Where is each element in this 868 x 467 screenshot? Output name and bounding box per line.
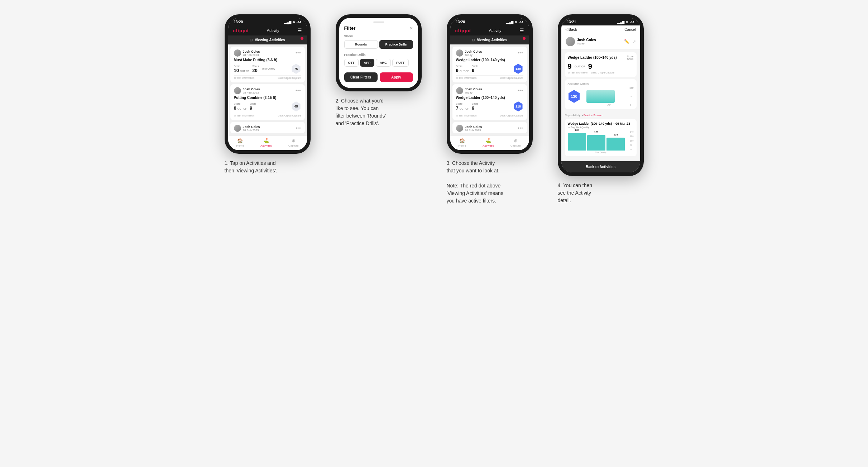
back-to-activities-button[interactable]: Back to Activities (561, 161, 640, 172)
drill-chart-title: Wedge Ladder (100–140 yds) – 06 Mar 23 (568, 122, 634, 125)
footer-right-1-1: Data: Clippd Capture (278, 77, 301, 80)
menu-icon-1[interactable]: ☰ (297, 28, 302, 33)
score-outof-1-2: OUT OF (238, 108, 247, 110)
expand-icon[interactable]: ⤢ (632, 39, 636, 44)
activity-card-1-2[interactable]: Josh Coles 28 Feb 2023 ••• Putting Combi… (230, 84, 305, 120)
nav-activities-1[interactable]: ⛳ Activities (260, 138, 272, 147)
detail-outof: OUT OF (575, 65, 585, 68)
nav-home-1[interactable]: 🏠 Home (236, 138, 244, 147)
dots-menu-3-2[interactable]: ••• (518, 88, 523, 93)
drill-arg[interactable]: ARG (376, 59, 391, 67)
bar-1: 132 (568, 133, 586, 151)
clear-filters-button[interactable]: Clear Filters (344, 72, 378, 82)
score-num-1-2: 0 (234, 105, 236, 111)
detail-main-content: Wedge Ladder (100–140 yds) Score Shots 9… (561, 49, 640, 161)
nav-capture-3[interactable]: ⊕ Capture (510, 138, 521, 147)
score-outof-3-1: OUT OF (460, 70, 469, 72)
filter-handle (373, 22, 384, 23)
score-num-3-2: 7 (456, 105, 459, 111)
phone-frame-3: 13:20 ▂▄▆ ⊛ ▪44 clippd Activity ☰ ⊟ Vi (447, 14, 533, 154)
activity-card-1-1[interactable]: Josh Coles 28 Feb 2023 ••• Must Make Put… (230, 47, 305, 82)
player-activity-section: Player Activity • Practice Session (565, 111, 637, 118)
dots-menu-1-2[interactable]: ••• (296, 88, 301, 93)
user-date-1-1: 28 Feb 2023 (243, 53, 260, 57)
phones-row: 13:20 ▂▄▆ ⊛ ▪44 clippd Activity ☰ ⊟ Vi (217, 14, 651, 205)
avatar-1-3 (234, 125, 241, 132)
user-name-1-1: Josh Coles (243, 50, 260, 53)
signal-icon-4: ▂▄▆ (617, 20, 624, 24)
filter-tab-rounds[interactable]: Rounds (344, 40, 378, 49)
user-name-1-3: Josh Coles (243, 125, 260, 129)
activity-card-3-2[interactable]: Josh Coles Today ••• Wedge Ladder (100–1… (452, 84, 527, 120)
nav-capture-1[interactable]: ⊕ Capture (288, 138, 298, 147)
score-outof-1-1: OUT OF (240, 70, 249, 72)
sq-block-1-1: Shot Quality (262, 67, 275, 70)
filter-tab-practice[interactable]: Practice Drills (379, 40, 413, 49)
activity-card-1-3[interactable]: Josh Coles 28 Feb 2023 ••• (230, 122, 305, 133)
card-header-1-2: Josh Coles 28 Feb 2023 ••• (234, 87, 301, 94)
wifi-icon-1: ⊛ (292, 20, 295, 24)
back-button[interactable]: < Back (566, 28, 577, 32)
footer-right-3-1: Data: Clippd Capture (500, 77, 523, 80)
nav-activities-3[interactable]: ⛳ Activities (483, 138, 494, 147)
stats-row-3-2: Score 7 OUT OF Shots 9 (456, 101, 523, 111)
score-block-1-1: Score 10 OUT OF (234, 65, 250, 73)
signal-icon-3: ▂▄▆ (506, 20, 513, 24)
user-info-1-1: Josh Coles 28 Feb 2023 (234, 49, 260, 57)
drill-app[interactable]: APP (360, 59, 375, 67)
dashed-line (568, 134, 625, 134)
phone-section-1: 13:20 ▂▄▆ ⊛ ▪44 clippd Activity ☰ ⊟ Vi (217, 14, 318, 175)
nav-capture-label-3: Capture (510, 144, 521, 147)
activity-card-3-1[interactable]: Josh Coles Today ••• Wedge Ladder (100–1… (452, 47, 527, 82)
viewing-banner-1[interactable]: ⊟ Viewing Activities (228, 35, 307, 44)
close-button[interactable]: ✕ (409, 26, 413, 31)
dots-menu-1-3[interactable]: ••• (296, 126, 301, 131)
detail-user-card: Josh Coles Today ✏️ ⤢ (561, 34, 640, 49)
score-val-block-3-2: 7 OUT OF (456, 105, 469, 111)
drill-chart-section: Wedge Ladder (100–140 yds) – 06 Mar 23 →… (565, 119, 637, 156)
avatar-1-2 (234, 87, 241, 94)
chart-bar (586, 90, 615, 103)
avg-sq-chart: Avg Shot Quality 130 130 100 50 (565, 79, 637, 109)
user-text-1-2: Josh Coles 28 Feb 2023 (243, 87, 260, 94)
detail-user-info: Josh Coles Today (566, 37, 596, 46)
bar-3: 124 (606, 138, 625, 151)
caption-1: 1. Tap on Activities and then 'Viewing A… (225, 159, 311, 175)
dots-menu-1-1[interactable]: ••• (296, 51, 301, 56)
filter-actions: Clear Filters Apply (344, 72, 413, 82)
menu-icon-3[interactable]: ☰ (519, 28, 524, 33)
footer-right-3-2: Data: Clippd Capture (500, 114, 523, 117)
status-icons-4: ▂▄▆ ⊛ ▪44 (617, 20, 634, 24)
app-logo-1: clippd (233, 28, 249, 33)
dots-menu-3-3[interactable]: ••• (518, 126, 523, 131)
drill-ott[interactable]: OTT (344, 59, 359, 67)
detail-title-block: Wedge Ladder (100–140 yds) (568, 55, 624, 60)
viewing-banner-3[interactable]: ⊟ Viewing Activities (450, 35, 529, 44)
nav-home-3[interactable]: 🏠 Home (459, 138, 466, 147)
footer-left-1-2: ⊙ Test Information (234, 114, 255, 117)
y-axis-labels: 140 120 100 80 60 (630, 131, 633, 151)
shots-val-1-1: 20 (252, 68, 259, 73)
user-text-3-1: Josh Coles Today (465, 50, 482, 57)
dots-menu-3-1[interactable]: ••• (518, 51, 523, 56)
cancel-button[interactable]: Cancel (624, 28, 636, 32)
filter-drills-label: Practice Drills (344, 53, 413, 57)
shots-val-3-2: 9 (472, 105, 478, 111)
score-label-1-1: Score (234, 65, 250, 67)
shots-block-1-1: Shots 20 (252, 65, 259, 73)
phone-section-3: 13:20 ▂▄▆ ⊛ ▪44 clippd Activity ☰ ⊟ Vi (440, 14, 540, 205)
score-val-block-1-2: 0 OUT OF (234, 105, 247, 111)
filter-title: Filter (344, 25, 356, 31)
activity-card-3-3[interactable]: Josh Coles 28 Feb 2023 ••• (452, 122, 527, 133)
chart-top-val: 130 (586, 87, 634, 89)
user-info-3-2: Josh Coles Today (456, 87, 482, 94)
avatar-3-2 (456, 87, 463, 94)
card-footer-3-2: ⊙ Test Information Data: Clippd Capture (456, 113, 523, 117)
drill-putt[interactable]: PUTT (392, 59, 409, 67)
edit-icon[interactable]: ✏️ (624, 39, 629, 44)
drill-types: OTT APP ARG PUTT (344, 59, 413, 67)
bottom-nav-1: 🏠 Home ⛳ Activities ⊕ Capture (228, 135, 307, 150)
viewing-banner-text-1: Viewing Activities (255, 38, 285, 42)
detail-title: Wedge Ladder (100–140 yds) (568, 55, 624, 60)
apply-button[interactable]: Apply (380, 72, 413, 82)
